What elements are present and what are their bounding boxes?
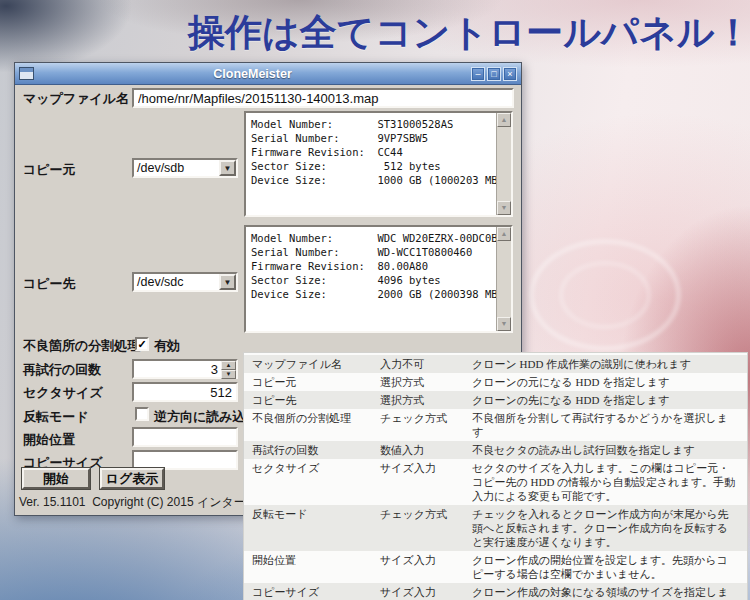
help-description: クローン作成の対象になる領域のサイズを指定します。すべてをコピーする場合は空欄で… — [472, 585, 741, 600]
retry-spinner-buttons: ▲ ▼ — [221, 361, 236, 377]
spinner-up-button[interactable]: ▲ — [221, 361, 236, 370]
table-row: 開始位置 サイズ入力 クローン作成の開始位置を設定します。先頭からコピーする場合… — [244, 551, 747, 583]
table-row: 不良個所の分割処理 チェック方式 不良個所を分割して再試行するかどうかを選択しま… — [244, 409, 747, 441]
help-input-type: 選択方式 — [380, 393, 472, 407]
table-row: コピー先 選択方式 クローンの先になる HDD を指定します — [244, 391, 747, 409]
page-title: 操作は全てコントロールパネル！ — [188, 8, 733, 58]
help-input-type: 入力不可 — [380, 357, 472, 371]
window-icon — [19, 67, 34, 80]
spinner-down-button[interactable]: ▼ — [221, 370, 236, 379]
dropdown-arrow-icon: ▼ — [224, 164, 232, 173]
help-field-name: 不良個所の分割処理 — [252, 411, 380, 439]
retry-count-stepper[interactable]: 3 ▲ ▼ — [132, 359, 238, 379]
maximize-button[interactable]: □ — [487, 67, 501, 81]
help-input-type: チェック方式 — [380, 507, 472, 549]
help-field-name: 開始位置 — [252, 553, 380, 581]
split-checkbox-label: 有効 — [154, 337, 180, 355]
help-description: チェックを入れるとクローン作成方向が末尾から先頭へと反転されます。クローン作成方… — [472, 507, 741, 549]
start-button[interactable]: 開始 — [22, 468, 90, 489]
copy-dest-value: /dev/sdc — [134, 274, 219, 290]
help-field-name: 再試行の回数 — [252, 443, 380, 457]
window-titlebar[interactable]: CloneMeister – □ × — [15, 63, 521, 85]
scroll-down-button[interactable]: ▼ — [497, 201, 511, 215]
copy-source-combobox[interactable]: /dev/sdb ▼ — [132, 158, 238, 178]
start-position-label: 開始位置 — [23, 431, 75, 449]
window-controls: – □ × — [471, 67, 517, 81]
version-copyright-text: Ver. 15.1101 Copyright (C) 2015 インターフ — [19, 494, 258, 511]
dropdown-arrow-icon: ▼ — [224, 278, 232, 287]
checkmark-icon: ✓ — [137, 338, 146, 350]
help-field-name: セクタサイズ — [252, 461, 380, 503]
help-field-name: 反転モード — [252, 507, 380, 549]
table-row: コピーサイズ サイズ入力 クローン作成の対象になる領域のサイズを指定します。すべ… — [244, 583, 747, 600]
source-drive-info-box[interactable]: Model Number: ST31000528AS Serial Number… — [244, 111, 513, 217]
spinner-down-icon: ▼ — [226, 371, 232, 377]
hdd-spindle-decoration — [560, 262, 650, 328]
retry-count-value: 3 — [134, 361, 221, 377]
help-input-type: チェック方式 — [380, 411, 472, 439]
table-row: 反転モード チェック方式 チェックを入れるとクローン作成方向が末尾から先頭へと反… — [244, 505, 747, 551]
dest-drive-info-text: Model Number: WDC WD20EZRX-00DC0B0 Seria… — [246, 227, 496, 331]
spinner-up-icon: ▲ — [226, 362, 232, 368]
copy-source-label: コピー元 — [23, 161, 76, 179]
help-field-name: コピー元 — [252, 375, 380, 389]
reverse-mode-checkbox[interactable] — [135, 407, 149, 421]
scroll-up-icon: ▲ — [501, 116, 508, 123]
help-table: マップファイル名 入力不可 クローン HDD 作成作業の識別に使われます コピー… — [243, 352, 748, 600]
retry-count-label: 再試行の回数 — [23, 361, 101, 379]
copy-source-dropdown-button[interactable]: ▼ — [219, 160, 236, 176]
split-processing-checkbox[interactable]: ✓ — [135, 337, 149, 351]
table-row: 再試行の回数 数値入力 不良セクタの読み出し試行回数を指定します — [244, 441, 747, 459]
copy-dest-combobox[interactable]: /dev/sdc ▼ — [132, 272, 238, 292]
help-description: クローンの先になる HDD を指定します — [472, 393, 741, 407]
help-field-name: コピーサイズ — [252, 585, 380, 600]
help-description: 不良個所を分割して再試行するかどうかを選択します — [472, 411, 741, 439]
window-title: CloneMeister — [34, 67, 471, 81]
minimize-icon: – — [475, 69, 480, 79]
source-info-scrollbar[interactable]: ▲ ▼ — [496, 113, 511, 215]
map-file-label: マップファイル名 — [23, 90, 129, 108]
close-button[interactable]: × — [503, 67, 517, 81]
table-row: コピー元 選択方式 クローンの元になる HDD を指定します — [244, 373, 747, 391]
help-description: クローン作成の開始位置を設定します。先頭からコピーする場合は空欄でかまいません。 — [472, 553, 741, 581]
map-file-input[interactable] — [132, 88, 514, 108]
scroll-up-button[interactable]: ▲ — [497, 227, 511, 241]
help-description: クローンの元になる HDD を指定します — [472, 375, 741, 389]
help-input-type: サイズ入力 — [380, 585, 472, 600]
scroll-up-icon: ▲ — [501, 230, 508, 237]
scroll-down-button[interactable]: ▼ — [497, 317, 511, 331]
help-field-name: コピー先 — [252, 393, 380, 407]
copy-size-input[interactable] — [132, 450, 238, 470]
dest-info-scrollbar[interactable]: ▲ ▼ — [496, 227, 511, 331]
scroll-down-icon: ▼ — [501, 204, 508, 211]
split-processing-label: 不良箇所の分割処理 — [23, 337, 140, 355]
source-drive-info-text: Model Number: ST31000528AS Serial Number… — [246, 113, 496, 215]
help-input-type: サイズ入力 — [380, 553, 472, 581]
help-description: 不良セクタの読み出し試行回数を指定します — [472, 443, 741, 457]
help-input-type: 選択方式 — [380, 375, 472, 389]
help-field-name: マップファイル名 — [252, 357, 380, 371]
scroll-down-icon: ▼ — [501, 320, 508, 327]
help-input-type: 数値入力 — [380, 443, 472, 457]
copy-dest-label: コピー先 — [23, 275, 76, 293]
scroll-up-button[interactable]: ▲ — [497, 113, 511, 127]
help-description: クローン HDD 作成作業の識別に使われます — [472, 357, 741, 371]
sector-size-label: セクタサイズ — [23, 384, 103, 402]
table-row: セクタサイズ サイズ入力 セクタのサイズを入力します。この欄はコピー元・コピー先… — [244, 459, 747, 505]
help-description: セクタのサイズを入力します。この欄はコピー元・コピー先の HDD の情報から自動… — [472, 461, 741, 503]
copy-source-value: /dev/sdb — [134, 160, 219, 176]
reverse-mode-label: 反転モード — [23, 408, 89, 426]
dest-drive-info-box[interactable]: Model Number: WDC WD20EZRX-00DC0B0 Seria… — [244, 225, 513, 333]
start-position-input[interactable] — [132, 427, 238, 447]
minimize-button[interactable]: – — [471, 67, 485, 81]
sector-size-input[interactable] — [132, 382, 238, 402]
maximize-icon: □ — [491, 69, 496, 79]
show-log-button[interactable]: ログ表示 — [100, 468, 164, 489]
help-input-type: サイズ入力 — [380, 461, 472, 503]
page-background: 操作は全てコントロールパネル！ CloneMeister – □ × マップファ… — [0, 0, 750, 600]
close-icon: × — [507, 69, 512, 79]
table-row: マップファイル名 入力不可 クローン HDD 作成作業の識別に使われます — [244, 355, 747, 373]
copy-dest-dropdown-button[interactable]: ▼ — [219, 274, 236, 290]
